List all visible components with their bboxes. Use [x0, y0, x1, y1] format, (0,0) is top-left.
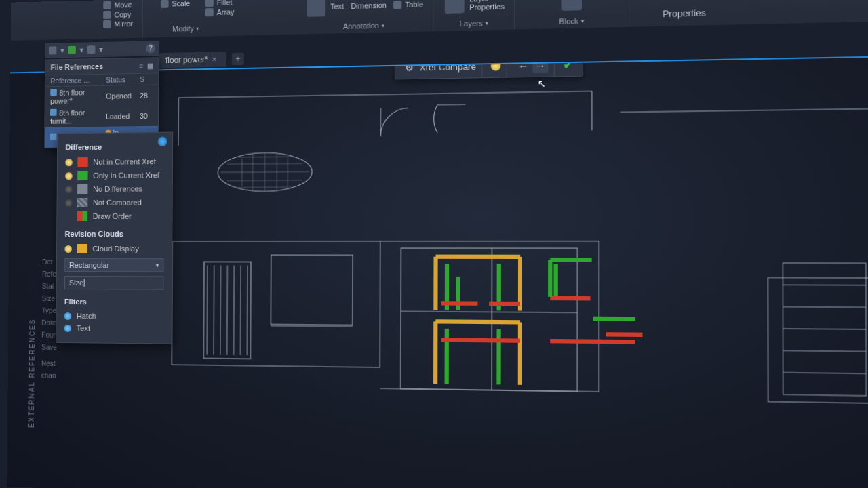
layer-properties-icon	[445, 0, 465, 14]
attach-icon[interactable]	[49, 46, 56, 54]
ribbon-group-layers: LayerProperties Layers▾	[433, 0, 515, 31]
tab-add[interactable]: +	[232, 53, 244, 66]
ribbon-item-move[interactable]: Move	[103, 1, 133, 9]
text-icon	[307, 0, 326, 17]
grid-view-icon[interactable]: ▦	[147, 62, 153, 69]
ribbon-label-annotation[interactable]: Annotation▾	[343, 20, 384, 33]
ribbon-item-text[interactable]: Text	[305, 0, 344, 18]
array-icon	[205, 8, 214, 16]
ribbon-item-layer-props[interactable]: LayerProperties	[443, 0, 505, 15]
section-filters: Filters	[64, 298, 163, 306]
ribbon: Move Copy Mirror Scale Fillet Array Modi…	[11, 0, 868, 41]
ribbon-group-block: Block▾	[515, 0, 630, 30]
tools-icon[interactable]	[87, 45, 96, 54]
cloud-size-input[interactable]: Size	[64, 276, 163, 290]
compare-title: Xref Compare	[420, 61, 476, 73]
block-icon[interactable]	[561, 0, 582, 11]
cloud-shape-select[interactable]: Rectangular▾	[64, 258, 163, 272]
compare-settings-popup: Difference Not in Current Xref Only in C…	[56, 132, 173, 345]
gear-icon[interactable]: ⚙	[405, 62, 414, 73]
table-icon	[393, 1, 401, 9]
section-difference: Difference	[65, 142, 164, 152]
ribbon-group-modify: Move Copy Mirror Scale Fillet Array Modi…	[94, 0, 143, 39]
ribbon-item-table[interactable]: Table	[393, 0, 423, 16]
mirror-icon	[103, 20, 111, 28]
legend-no-diff[interactable]: No Differences	[65, 182, 164, 196]
ribbon-item-scale[interactable]: Scale	[161, 0, 190, 8]
panel-title: File References ≡▦	[45, 58, 159, 75]
panel-vertical-title: EXTERNAL REFERENCES	[28, 319, 36, 428]
ribbon-label-layers[interactable]: Layers▾	[460, 18, 488, 31]
refs-toolbar[interactable]: ▾ ▾ ▾ ?	[45, 41, 159, 58]
ribbon-group-annotation: Text Dimension Table Annotation▾	[296, 0, 434, 35]
ribbon-label-block[interactable]: Block▾	[559, 15, 585, 28]
legend-draw-order[interactable]: Draw Order	[65, 209, 164, 224]
scale-icon	[161, 0, 169, 8]
list-view-icon[interactable]: ≡	[140, 62, 144, 69]
ref-row[interactable]: 8th floor power* Opened28	[45, 85, 159, 107]
info-icon[interactable]	[158, 137, 167, 146]
tab-label: floor power*	[165, 55, 208, 65]
next-diff-button[interactable]: →	[532, 57, 548, 73]
move-icon	[103, 1, 111, 9]
copy-icon	[103, 11, 111, 19]
xref-icon	[50, 109, 57, 116]
filter-hatch[interactable]: Hatch	[64, 310, 163, 323]
accept-button[interactable]: ✔	[563, 58, 572, 71]
ribbon-item-dimension[interactable]: Dimension	[351, 0, 387, 17]
xref-icon	[50, 134, 57, 140]
ribbon-label-modify[interactable]: Modify▾	[172, 23, 199, 36]
filter-text[interactable]: Text	[64, 322, 163, 335]
xref-compare-toolbar: ⚙ Xref Compare ← → ✔	[395, 57, 583, 79]
close-icon[interactable]: ✕	[212, 56, 217, 63]
ribbon-item-fillet[interactable]: Fillet	[205, 0, 234, 7]
svg-rect-1	[271, 255, 353, 325]
doc-tabs: floor power* ✕ +	[159, 50, 243, 70]
ribbon-label-properties[interactable]: Properties	[663, 6, 706, 22]
legend-not-in-current[interactable]: Not in Current Xref	[65, 155, 164, 169]
ribbon-item-array[interactable]: Array	[205, 7, 234, 16]
ribbon-item-copy[interactable]: Copy	[103, 10, 133, 19]
fillet-icon	[205, 0, 214, 7]
tab-floor-power[interactable]: floor power* ✕	[159, 52, 226, 68]
ref-row[interactable]: 8th floor furnit... Loaded30	[45, 106, 158, 127]
prev-diff-button[interactable]: ←	[515, 58, 531, 73]
refresh-icon[interactable]	[68, 45, 75, 54]
legend-only-in-current[interactable]: Only in Current Xref	[65, 168, 164, 182]
section-clouds: Revision Clouds	[65, 230, 164, 238]
cloud-display-toggle[interactable]: Cloud Display	[64, 242, 163, 256]
ribbon-group-properties: Properties	[629, 0, 739, 27]
ribbon-item-mirror[interactable]: Mirror	[103, 20, 133, 28]
xref-icon	[50, 89, 57, 96]
legend-not-compared[interactable]: Not Compared	[65, 195, 164, 209]
help-icon[interactable]: ?	[146, 43, 155, 53]
